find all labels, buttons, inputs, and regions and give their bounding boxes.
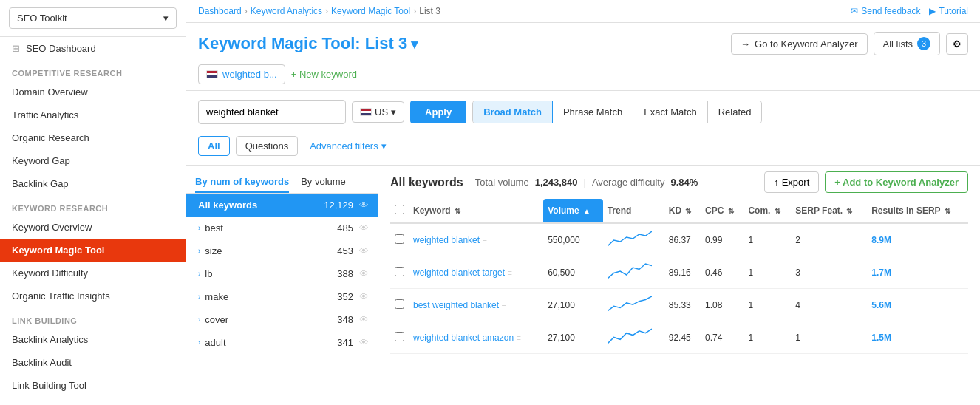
row-checkbox[interactable]: [395, 332, 404, 341]
kw-item-lb[interactable]: ›lb 388👁: [186, 262, 378, 285]
row-checkbox[interactable]: [395, 267, 404, 276]
keywords-table-container: Keyword ⇅ Volume ▲ Trend KD ⇅ CPC ⇅ Com.…: [390, 199, 968, 399]
keyword-link[interactable]: best weighted blanket: [413, 300, 499, 310]
kw-item-size[interactable]: ›size 453👁: [186, 239, 378, 262]
header-right: → Go to Keyword Analyzer All lists 3 ⚙: [731, 32, 968, 55]
link-building-section: LINK BUILDING Backlink Analytics Backlin…: [0, 307, 186, 397]
export-icon: ↑: [774, 177, 779, 188]
keyword-tabs-row: weighted b... + New keyword: [186, 61, 980, 91]
broad-match-button[interactable]: Broad Match: [473, 101, 553, 123]
table-row: best weighted blanket ≡ 27,100 85.33 1.0…: [390, 289, 968, 321]
volume-cell: 550,000: [543, 223, 602, 256]
kw-item-cover[interactable]: ›cover 348👁: [186, 308, 378, 331]
sort-icon[interactable]: ⇅: [455, 207, 460, 215]
advanced-filters-button[interactable]: Advanced filters ▾: [310, 140, 387, 152]
export-button[interactable]: ↑ Export: [764, 171, 819, 193]
list-dropdown-icon[interactable]: ▾: [407, 37, 418, 52]
sidebar-item-traffic-analytics[interactable]: Traffic Analytics: [0, 103, 186, 126]
keyword-link[interactable]: weighted blanket target: [413, 268, 505, 278]
panel-tab-by-volume[interactable]: By volume: [301, 171, 346, 193]
col-cpc[interactable]: CPC ⇅: [701, 199, 743, 223]
col-com[interactable]: Com. ⇅: [743, 199, 791, 223]
keyword-research-label: KEYWORD RESEARCH: [0, 195, 186, 216]
volume-cell: 27,100: [543, 289, 602, 321]
breadcrumb-dashboard[interactable]: Dashboard: [198, 6, 242, 16]
chevron-right-icon: ›: [198, 224, 200, 232]
col-kd[interactable]: KD ⇅: [664, 199, 701, 223]
sidebar-item-keyword-difficulty[interactable]: Keyword Difficulty: [0, 262, 186, 285]
kw-item-make[interactable]: ›make 352👁: [186, 285, 378, 308]
eye-icon: 👁: [359, 291, 369, 302]
gear-icon: ⚙: [953, 38, 962, 50]
filter-icon[interactable]: ≡: [482, 236, 486, 245]
serp-feat-cell: 1: [791, 321, 867, 354]
all-filter-button[interactable]: All: [198, 136, 230, 156]
kd-cell: 86.37: [664, 223, 701, 256]
exact-match-button[interactable]: Exact Match: [633, 101, 708, 123]
com-cell: 1: [743, 256, 791, 289]
keyword-tab-weighted[interactable]: weighted b...: [198, 64, 285, 84]
toolkit-selector[interactable]: SEO Toolkit ▾: [0, 0, 186, 37]
kw-item-best[interactable]: ›best 485👁: [186, 217, 378, 239]
keyword-link[interactable]: weighted blanket amazon: [413, 333, 514, 343]
all-lists-button[interactable]: All lists 3: [874, 32, 940, 55]
phrase-match-button[interactable]: Phrase Match: [553, 101, 633, 123]
settings-button[interactable]: ⚙: [946, 33, 968, 55]
col-serp-feat[interactable]: SERP Feat. ⇅: [791, 199, 867, 223]
sidebar-item-organic-research[interactable]: Organic Research: [0, 126, 186, 149]
filter-icon[interactable]: ≡: [501, 301, 506, 310]
filter-icon[interactable]: ≡: [516, 333, 520, 342]
country-select[interactable]: US ▾: [352, 101, 404, 123]
page-header: Keyword Magic Tool: List 3 ▾ → Go to Key…: [186, 23, 980, 61]
add-to-analyzer-button[interactable]: + Add to Keyword Analyzer: [825, 171, 968, 193]
breadcrumb-keyword-magic-tool[interactable]: Keyword Magic Tool: [331, 6, 410, 16]
sidebar-item-link-building-tool[interactable]: Link Building Tool: [0, 374, 186, 397]
trend-cell: [603, 289, 664, 321]
sidebar-item-organic-traffic-insights[interactable]: Organic Traffic Insights: [0, 285, 186, 307]
topbar: Dashboard › Keyword Analytics › Keyword …: [186, 0, 980, 23]
breadcrumb-keyword-analytics[interactable]: Keyword Analytics: [251, 6, 322, 16]
right-panel-header: All keywords Total volume 1,243,840 | Av…: [390, 171, 968, 193]
com-cell: 1: [743, 321, 791, 354]
list-name[interactable]: List 3: [365, 34, 407, 52]
kd-cell: 89.16: [664, 256, 701, 289]
panel-tab-by-num[interactable]: By num of keywords: [195, 171, 289, 193]
results-in-serp-cell: 1.7M: [867, 256, 968, 289]
avg-difficulty-value: 9.84%: [670, 177, 698, 188]
goto-analyzer-button[interactable]: → Go to Keyword Analyzer: [731, 33, 867, 55]
all-keywords-item[interactable]: All keywords 12,129 👁: [186, 194, 378, 217]
cpc-cell: 0.46: [701, 256, 743, 289]
total-volume-value: 1,243,840: [535, 177, 578, 188]
sidebar-item-domain-overview[interactable]: Domain Overview: [0, 81, 186, 103]
keywords-table: Keyword ⇅ Volume ▲ Trend KD ⇅ CPC ⇅ Com.…: [390, 199, 968, 354]
new-keyword-tab[interactable]: + New keyword: [291, 69, 357, 80]
send-feedback-button[interactable]: ✉ Send feedback: [851, 6, 920, 16]
filter-icon[interactable]: ≡: [507, 268, 511, 277]
tutorial-button[interactable]: ▶ Tutorial: [929, 6, 968, 16]
row-checkbox[interactable]: [395, 234, 404, 244]
keyword-search-input[interactable]: [198, 100, 346, 124]
sidebar-item-seo-dashboard[interactable]: ⊞ SEO Dashboard: [0, 37, 186, 60]
main-content: Dashboard › Keyword Analytics › Keyword …: [186, 0, 980, 405]
cpc-cell: 0.99: [701, 223, 743, 256]
sidebar-item-backlink-analytics[interactable]: Backlink Analytics: [0, 328, 186, 351]
sidebar-item-keyword-gap[interactable]: Keyword Gap: [0, 149, 186, 172]
kw-item-adult[interactable]: ›adult 341👁: [186, 331, 378, 354]
col-volume[interactable]: Volume ▲: [543, 199, 602, 223]
apply-button[interactable]: Apply: [410, 101, 466, 123]
competitive-research-label: COMPETITIVE RESEARCH: [0, 60, 186, 81]
select-all-checkbox[interactable]: [395, 205, 404, 214]
toolkit-chevron: ▾: [163, 13, 169, 24]
sidebar-item-keyword-overview[interactable]: Keyword Overview: [0, 216, 186, 239]
keyword-link[interactable]: weighted blanket: [413, 235, 480, 245]
panel-tabs: By num of keywords By volume: [186, 166, 378, 194]
row-checkbox[interactable]: [395, 299, 404, 309]
related-match-button[interactable]: Related: [708, 101, 762, 123]
sidebar-item-keyword-magic-tool[interactable]: Keyword Magic Tool: [0, 239, 186, 262]
play-icon: ▶: [929, 6, 936, 16]
questions-filter-button[interactable]: Questions: [236, 136, 299, 156]
col-results-in-serp[interactable]: Results in SERP ⇅: [867, 199, 968, 223]
sidebar-item-backlink-gap[interactable]: Backlink Gap: [0, 172, 186, 195]
right-panel: All keywords Total volume 1,243,840 | Av…: [378, 166, 980, 405]
sidebar-item-backlink-audit[interactable]: Backlink Audit: [0, 351, 186, 374]
